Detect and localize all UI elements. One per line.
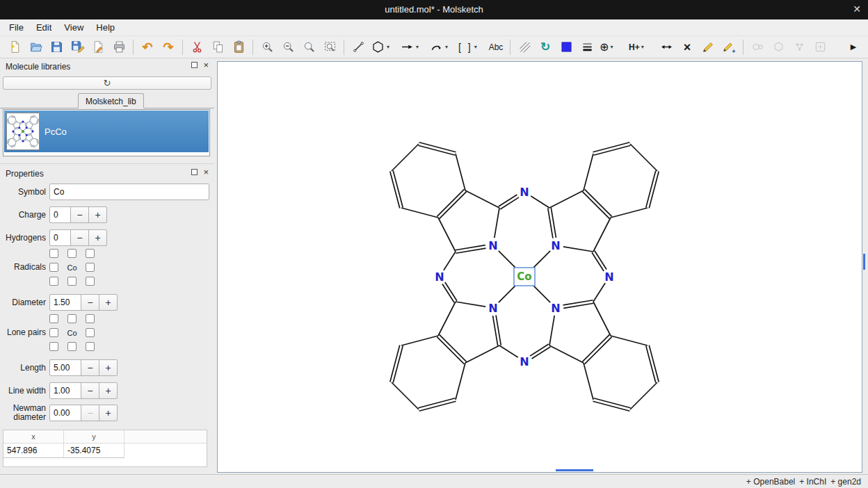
mechanism-arrow-tool-button[interactable]: ▾ (428, 38, 456, 57)
zoom-fit-button[interactable] (320, 38, 339, 57)
save-button[interactable] (47, 38, 66, 57)
dropdown-arrow-icon[interactable]: ▾ (416, 44, 419, 50)
hatch-tool-icon (517, 40, 532, 54)
new-file-icon (8, 40, 22, 54)
coordinate-x-value[interactable]: 547.896 (3, 444, 64, 458)
symbol-input[interactable] (49, 184, 209, 200)
drawing-canvas[interactable]: CoNNNNNNNN (217, 61, 862, 473)
lone-pair-checkbox[interactable] (86, 342, 95, 351)
newman-diameter-input[interactable] (49, 405, 81, 421)
length-decrement-button[interactable]: − (81, 359, 99, 376)
cut-button[interactable] (187, 38, 207, 57)
molecule-drawing[interactable]: CoNNNNNNNN (218, 62, 862, 472)
paste-button[interactable] (229, 38, 248, 57)
lone-pair-checkbox[interactable] (86, 328, 95, 337)
hydrogens-decrement-button[interactable]: − (70, 229, 89, 246)
diameter-decrement-button[interactable]: − (81, 294, 99, 311)
lone-pair-checkbox[interactable] (67, 314, 77, 323)
radical-checkbox[interactable] (49, 277, 58, 286)
charge-input[interactable] (49, 206, 71, 223)
new-file-button[interactable] (5, 38, 24, 57)
line-width-decrement-button[interactable]: − (81, 382, 99, 399)
radical-checkbox[interactable] (49, 263, 58, 272)
bracket-tool-button[interactable]: [ ]▾ (457, 38, 485, 57)
zoom-original-button[interactable] (299, 38, 319, 57)
dock-float-icon[interactable] (191, 169, 198, 175)
dropdown-arrow-icon[interactable]: ▾ (641, 44, 644, 50)
library-refresh-button[interactable]: ↻ (3, 76, 211, 90)
transform-tool-2-button[interactable] (719, 38, 739, 57)
delete-tool-button[interactable]: × (677, 38, 697, 57)
toolbar-extension-button[interactable]: ▶ (844, 38, 863, 57)
redo-button[interactable]: ↷ (159, 38, 178, 57)
coordinates-header-row: x y (3, 430, 207, 444)
length-increment-button[interactable]: + (99, 359, 118, 376)
radical-checkbox[interactable] (67, 249, 77, 258)
text-tool-icon: Abc (489, 43, 504, 51)
charge-tool-button[interactable]: ⊕▾ (598, 38, 626, 57)
dock-float-icon[interactable] (191, 62, 198, 68)
rotate-tool-button[interactable]: ↻ (536, 38, 555, 57)
hydrogen-tool-button[interactable]: H+▾ (627, 38, 655, 57)
newman-diameter-increment-button[interactable]: + (99, 405, 118, 421)
window-close-icon[interactable]: ✕ (853, 3, 861, 15)
dropdown-arrow-icon[interactable]: ▾ (474, 44, 477, 50)
lone-pair-checkbox[interactable] (86, 314, 95, 323)
radical-checkbox[interactable] (86, 263, 95, 272)
undo-button[interactable]: ↶ (138, 38, 157, 57)
lone-pair-checkbox[interactable] (49, 314, 58, 323)
dropdown-arrow-icon[interactable]: ▾ (445, 44, 448, 50)
open-file-button[interactable] (26, 38, 45, 57)
transform-tool-1-button[interactable] (698, 38, 718, 57)
delete-tool-icon: × (684, 41, 691, 54)
line-width-button[interactable] (577, 38, 597, 57)
line-width-increment-button[interactable]: + (99, 382, 118, 399)
lone-pair-checkbox[interactable] (49, 328, 58, 337)
dropdown-arrow-icon[interactable]: ▾ (610, 44, 613, 50)
dock-close-icon[interactable]: × (203, 62, 209, 68)
ring-tool-button[interactable]: ▾ (369, 38, 397, 57)
charge-increment-button[interactable]: + (88, 206, 107, 223)
line-width-input[interactable] (49, 382, 81, 399)
charge-decrement-button[interactable]: − (70, 206, 89, 223)
radical-checkbox[interactable] (49, 249, 58, 258)
radical-checkbox[interactable] (67, 277, 77, 286)
svg-text:N: N (520, 355, 529, 368)
diameter-input[interactable] (49, 294, 81, 311)
lone-pair-checkbox[interactable] (49, 342, 58, 351)
length-input[interactable] (49, 359, 81, 376)
menu-edit[interactable]: Edit (30, 20, 58, 35)
hatch-tool-button[interactable] (515, 38, 534, 57)
menu-file[interactable]: File (3, 20, 30, 35)
radical-checkbox[interactable] (86, 277, 95, 286)
menu-help[interactable]: Help (90, 20, 121, 35)
radical-checkbox[interactable] (86, 249, 95, 258)
export-button[interactable] (88, 38, 108, 57)
toolbar-separator (133, 40, 134, 55)
hydrogens-increment-button[interactable]: + (88, 229, 107, 246)
library-item-pcco[interactable]: PcCo (4, 111, 209, 152)
menu-view[interactable]: View (58, 20, 90, 35)
reaction-arrow-tool-button[interactable]: ▾ (399, 38, 426, 57)
dock-close-icon[interactable]: × (203, 169, 209, 175)
diameter-increment-button[interactable]: + (99, 294, 118, 311)
vertical-scrollbar-thumb[interactable] (863, 254, 865, 270)
color-swatch-button[interactable] (556, 38, 576, 57)
dropdown-arrow-icon[interactable]: ▾ (387, 44, 389, 50)
lone-pair-checkbox[interactable] (67, 342, 77, 351)
zoom-in-button[interactable] (257, 38, 277, 57)
properties-header: Properties × (0, 167, 214, 181)
status-badge: + gen2d (830, 477, 861, 487)
flip-horizontal-button[interactable] (657, 38, 676, 57)
coordinate-y-value[interactable]: -35.4075 (64, 444, 124, 458)
tab-molsketch-lib[interactable]: Molsketch_lib (78, 93, 144, 108)
draw-tool-button[interactable] (348, 38, 368, 57)
hydrogens-input[interactable] (49, 229, 71, 246)
text-tool-button[interactable]: Abc (486, 38, 506, 57)
print-button[interactable] (109, 38, 129, 57)
draw-tool-icon (351, 40, 366, 54)
save-as-button[interactable] (67, 38, 87, 57)
zoom-out-button[interactable] (278, 38, 298, 57)
copy-button[interactable] (208, 38, 227, 57)
horizontal-scrollbar-thumb[interactable] (556, 469, 593, 471)
